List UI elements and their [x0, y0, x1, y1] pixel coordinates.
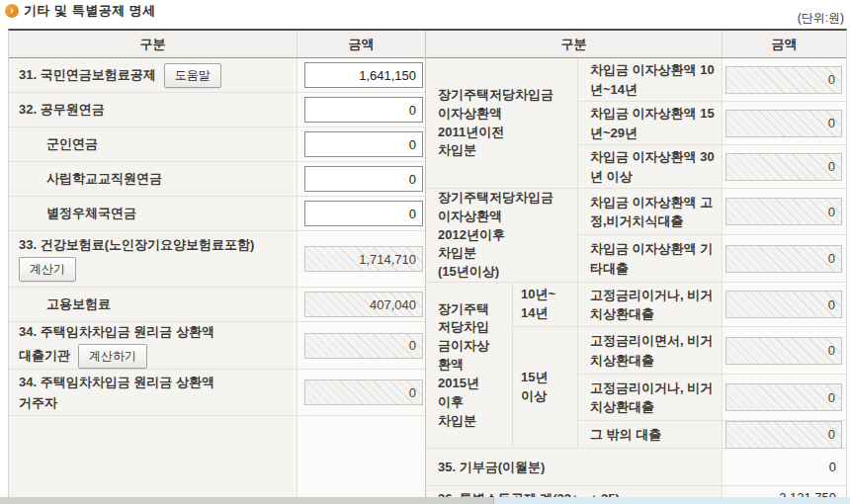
health-insurance-input	[304, 246, 423, 272]
table-row-32: 32. 공무원연금	[9, 93, 425, 127]
deduction-table: 구분 금액 31. 국민연금보험료공제 도움말 32. 공무원연금	[8, 29, 847, 497]
employment-insurance-input	[304, 292, 423, 317]
right-body-grid: 장기주택저당차입금 이자상환액 2011년이전 차입분 장기주택저당차입금 이자…	[426, 58, 846, 497]
amount-2015-fixed-or-input	[725, 383, 842, 411]
table-left-half: 구분 금액 31. 국민연금보험료공제 도움말 32. 공무원연금	[9, 31, 426, 497]
row-33-label: 33. 건강보험료(노인장기요양보험료포함)	[19, 236, 254, 254]
row-31-label: 31. 국민연금보험료공제	[19, 66, 156, 84]
horizontal-scrollbar-thumb[interactable]	[0, 497, 494, 504]
military-pension-label: 군인연금	[9, 127, 298, 161]
period-15plus-label: 15년 이상	[513, 327, 578, 449]
calculator-button[interactable]: 계산기	[19, 257, 76, 282]
unit-label: (단위:원)	[798, 2, 844, 27]
sub-2015-fixed-or-label: 고정금리이거나, 비거치상환대출	[578, 375, 722, 421]
amount-2015-other-input	[725, 421, 842, 449]
table-row-post-office-pension: 별정우체국연금	[9, 197, 425, 231]
row-34-resident-sublabel: 거주자	[19, 394, 57, 412]
title-bullet-icon: ›	[5, 4, 19, 18]
right-header-amount: 금액	[722, 31, 846, 57]
sub-other-loan-label: 차입금 이자상환액 기타대출	[578, 235, 722, 283]
right-header-category: 구분	[426, 31, 722, 57]
sub-30plus-label: 차입금 이자상환액 30년 이상	[578, 145, 722, 189]
amount-2012-other-input	[725, 245, 842, 273]
private-school-pension-label: 사립학교교직원연금	[9, 162, 298, 196]
amount-2015-fixed-and-input	[725, 337, 842, 365]
housing-loan-resident-input	[304, 379, 423, 405]
table-row-private-school-pension: 사립학교교직원연금	[9, 162, 425, 197]
row-36-label: 36. 특별소득공제 계(33+ ~+ 35)	[426, 486, 722, 497]
sub-2015-fixed-and-label: 고정금리이면서, 비거치상환대출	[578, 327, 722, 375]
amount-2011-10-14-input	[725, 66, 842, 94]
post-office-pension-label: 별정우체국연금	[9, 197, 298, 230]
military-pension-input[interactable]	[304, 131, 423, 157]
table-row-33: 33. 건강보험료(노인장기요양보험료포함) 계산기	[9, 231, 425, 288]
sub-10-14-label: 차입금 이자상환액 10년~14년	[578, 58, 722, 102]
employment-insurance-label: 고용보험료	[9, 288, 298, 321]
civil-servant-pension-input[interactable]	[304, 97, 423, 123]
left-header-amount: 금액	[298, 31, 425, 57]
row-35-value: 0	[722, 449, 846, 486]
group-2012-label: 장기주택저당차입금 이자상환액 2012년이후 차입분 (15년이상)	[426, 189, 578, 283]
table-row-34-resident: 34. 주택임차차입금 원리금 상환액 거주자	[9, 370, 425, 416]
sub-15-29-label: 차입금 이자상환액 15년~29년	[578, 102, 722, 145]
housing-loan-lender-input	[304, 333, 423, 359]
private-school-pension-input[interactable]	[304, 166, 423, 192]
page-title: 기타 및 특별공제 명세	[24, 2, 156, 20]
group-2011-label: 장기주택저당차입금 이자상환액 2011년이전 차입분	[426, 58, 578, 189]
left-body: 31. 국민연금보험료공제 도움말 32. 공무원연금 군인연금	[9, 58, 425, 497]
amount-2012-fixed-input	[725, 198, 842, 225]
left-header-row: 구분 금액	[9, 31, 425, 58]
sub-2015-10-14-label: 고정금리이거나, 비거치상환대출	[578, 283, 722, 327]
group-2015-label: 장기주택 저당차입 금이자상 환액 2015년 이후 차입분	[426, 283, 513, 449]
sub-fixed-nongrace-label: 차입금 이자상환액 고정,비거치식대출	[578, 189, 722, 235]
horizontal-scrollbar	[0, 497, 850, 504]
row-34-lender-sublabel: 대출기관	[19, 347, 70, 365]
row-34-lender-label: 34. 주택임차차입금 원리금 상환액	[19, 323, 214, 341]
left-header-category: 구분	[9, 31, 298, 57]
row-32-label: 32. 공무원연금	[9, 93, 298, 126]
row-35-label: 35. 기부금(이월분)	[426, 449, 722, 486]
sub-2015-other-label: 그 밖의 대출	[578, 421, 722, 449]
period-10-14-label: 10년~ 14년	[513, 283, 578, 327]
row-34-resident-label: 34. 주택임차차입금 원리금 상환액	[19, 374, 214, 391]
table-right-half: 구분 금액 장기주택저당차입금 이자상환액 2011년이전 차입분 장기주택저당…	[426, 31, 846, 497]
help-button[interactable]: 도움말	[164, 63, 221, 88]
table-row-31: 31. 국민연금보험료공제 도움말	[9, 58, 425, 93]
right-header-row: 구분 금액	[426, 31, 846, 58]
amount-2011-30plus-input	[725, 153, 842, 181]
amount-2015-10-14-input	[725, 291, 842, 318]
table-row-military-pension: 군인연금	[9, 127, 425, 162]
table-row-34-lender: 34. 주택임차차입금 원리금 상환액 대출기관 계산하기	[9, 322, 425, 370]
national-pension-input[interactable]	[304, 62, 423, 88]
amount-2011-15-29-input	[725, 110, 842, 137]
calculate-button[interactable]: 계산하기	[78, 344, 147, 369]
table-row-employment-insurance: 고용보험료	[9, 288, 425, 322]
left-empty-row	[9, 416, 425, 497]
title-bar: › 기타 및 특별공제 명세 (단위:원)	[5, 2, 844, 27]
post-office-pension-input[interactable]	[304, 201, 423, 226]
row-36-value: 2,121,750	[722, 486, 846, 497]
